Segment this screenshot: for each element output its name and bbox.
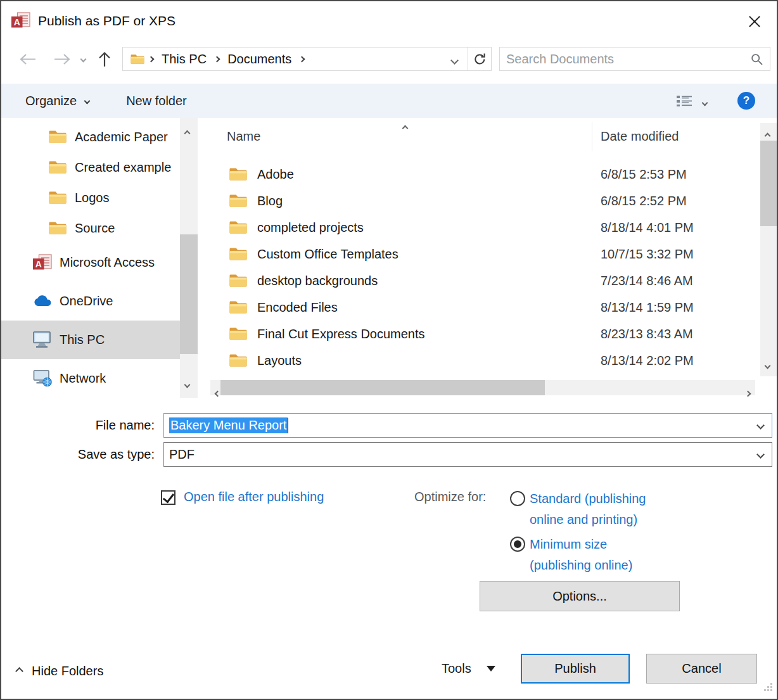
sidebar-item-microsoft-access[interactable]: AMicrosoft Access: [1, 243, 180, 282]
list-vscrollbar-thumb[interactable]: [760, 141, 778, 226]
file-row[interactable]: Encoded Files8/13/14 1:59 PM: [198, 294, 758, 321]
breadcrumb-item-this-pc[interactable]: This PC: [155, 52, 213, 67]
open-after-publishing-label[interactable]: Open file after publishing: [184, 490, 324, 504]
file-row[interactable]: Layouts8/13/14 2:02 PM: [198, 347, 758, 374]
file-row[interactable]: Adobe6/8/15 2:53 PM: [198, 161, 758, 188]
options-button[interactable]: Options...: [480, 581, 680, 611]
command-toolbar: Organize New folder ?: [1, 84, 777, 118]
scroll-left-chevron-icon[interactable]: [215, 385, 220, 399]
tools-label: Tools: [442, 661, 471, 676]
search-box[interactable]: [499, 47, 770, 71]
content-area: Academic PaperCreated exampleLogosSource…: [1, 118, 778, 398]
folder-icon: [47, 160, 68, 174]
hide-folders-button[interactable]: Hide Folders: [16, 664, 103, 678]
radio-standard-label[interactable]: Standard (publishing online and printing…: [530, 488, 646, 530]
access-icon: A: [32, 254, 53, 272]
file-row[interactable]: Final Cut Express Documents8/23/13 8:43 …: [198, 321, 758, 347]
folder-icon: [229, 220, 248, 234]
magnifier-icon[interactable]: [750, 53, 763, 66]
file-row[interactable]: Custom Office Templates10/7/15 3:32 PM: [198, 241, 758, 267]
breadcrumb-chevron-icon[interactable]: [147, 57, 155, 61]
folder-icon: [47, 130, 68, 144]
sidebar-scrollbar[interactable]: [180, 118, 198, 398]
file-name-dropdown-chevron-icon[interactable]: [749, 414, 772, 437]
column-header-date-modified[interactable]: Date modified: [601, 129, 679, 144]
text-cursor: [288, 418, 288, 433]
radio-standard[interactable]: [510, 491, 525, 506]
file-date-modified: 8/18/14 4:01 PM: [601, 220, 694, 235]
radio-minimum-size-label[interactable]: Minimum size (publishing online): [530, 534, 632, 576]
file-name-label: File name:: [1, 418, 155, 433]
cancel-button[interactable]: Cancel: [646, 654, 757, 684]
breadcrumb-chevron-icon[interactable]: [298, 57, 306, 61]
radio-minimum-size[interactable]: [510, 537, 525, 552]
publish-as-pdf-dialog: A Publish as PDF or XPS This PCDocuments: [0, 0, 778, 700]
new-folder-button[interactable]: New folder: [126, 94, 187, 108]
sidebar-item-this-pc[interactable]: This PC: [1, 321, 180, 359]
computer-icon: [32, 331, 53, 348]
sidebar-item-logos[interactable]: Logos: [1, 182, 180, 213]
sidebar-item-label: Academic Paper: [75, 130, 168, 144]
breadcrumb-chevron-icon[interactable]: [213, 57, 221, 61]
column-separator[interactable]: [592, 122, 592, 151]
address-bar[interactable]: This PCDocuments: [122, 47, 468, 71]
sidebar-item-academic-paper[interactable]: Academic Paper: [1, 122, 180, 152]
file-date-modified: 8/13/14 2:02 PM: [601, 353, 694, 368]
sidebar-item-label: Microsoft Access: [60, 255, 155, 270]
save-as-type-select[interactable]: PDF: [163, 442, 772, 467]
file-name-input[interactable]: Bakery Menu Report: [163, 413, 772, 438]
hide-folders-label: Hide Folders: [32, 664, 103, 678]
sidebar-item-onedrive[interactable]: OneDrive: [1, 282, 180, 321]
triangle-down-icon: [487, 666, 495, 671]
forward-arrow-icon[interactable]: [54, 53, 71, 65]
list-horizontal-scrollbar[interactable]: [210, 380, 755, 395]
save-as-type-dropdown-chevron-icon[interactable]: [749, 443, 772, 466]
search-input[interactable]: [506, 52, 746, 67]
close-icon[interactable]: [745, 13, 764, 30]
scroll-right-chevron-icon[interactable]: [746, 385, 750, 399]
resize-grip[interactable]: [763, 680, 773, 695]
scroll-down-chevron-icon[interactable]: [765, 357, 770, 371]
list-vertical-scrollbar[interactable]: [760, 123, 778, 376]
sidebar-item-created-example[interactable]: Created example: [1, 152, 180, 182]
file-name: Blog: [257, 194, 283, 208]
navigation-bar: This PCDocuments: [1, 41, 777, 77]
back-arrow-icon[interactable]: [19, 53, 36, 65]
column-header-name[interactable]: Name: [227, 129, 260, 144]
details-view-icon[interactable]: [676, 94, 692, 107]
up-arrow-icon[interactable]: [98, 51, 111, 67]
sidebar-item-source[interactable]: Source: [1, 213, 180, 243]
refresh-icon[interactable]: [468, 47, 492, 71]
file-row[interactable]: Blog6/8/15 2:52 PM: [198, 188, 758, 214]
file-name: Adobe: [257, 167, 294, 182]
publish-button[interactable]: Publish: [521, 654, 630, 684]
scroll-down-chevron-icon[interactable]: [185, 376, 189, 390]
help-icon[interactable]: ?: [737, 92, 755, 110]
toolbar-right-group: ?: [676, 92, 777, 110]
folder-icon: [229, 194, 248, 208]
scroll-up-chevron-icon[interactable]: [185, 124, 189, 139]
sidebar-item-label: Created example: [75, 160, 171, 175]
sidebar-item-label: OneDrive: [60, 294, 113, 309]
sort-ascending-chevron-icon: [403, 119, 407, 134]
tools-menu[interactable]: Tools: [442, 654, 495, 684]
optimize-for-label: Optimize for:: [414, 490, 486, 504]
address-dropdown-chevron-icon[interactable]: [447, 52, 462, 67]
recent-locations-chevron-icon[interactable]: [81, 57, 86, 61]
file-row[interactable]: completed projects8/18/14 4:01 PM: [198, 214, 758, 241]
chevron-up-icon: [15, 667, 23, 675]
sidebar-scrollbar-thumb[interactable]: [180, 234, 198, 354]
organize-menu[interactable]: Organize: [25, 94, 89, 108]
file-row[interactable]: desktop backgrounds7/23/14 8:46 AM: [198, 267, 758, 294]
file-date-modified: 6/8/15 2:53 PM: [601, 167, 687, 182]
open-after-publishing-checkbox[interactable]: [161, 490, 175, 505]
sidebar-item-network[interactable]: Network: [1, 359, 180, 398]
view-mode-chevron-icon[interactable]: [703, 94, 707, 108]
navigation-pane: Academic PaperCreated exampleLogosSource…: [1, 118, 180, 398]
save-as-type-value: PDF: [169, 447, 194, 462]
breadcrumb-item-documents[interactable]: Documents: [221, 52, 298, 67]
file-date-modified: 10/7/15 3:32 PM: [601, 247, 694, 262]
list-hscrollbar-thumb[interactable]: [220, 380, 545, 395]
folder-icon: [47, 221, 68, 235]
scroll-up-chevron-icon[interactable]: [765, 127, 770, 141]
